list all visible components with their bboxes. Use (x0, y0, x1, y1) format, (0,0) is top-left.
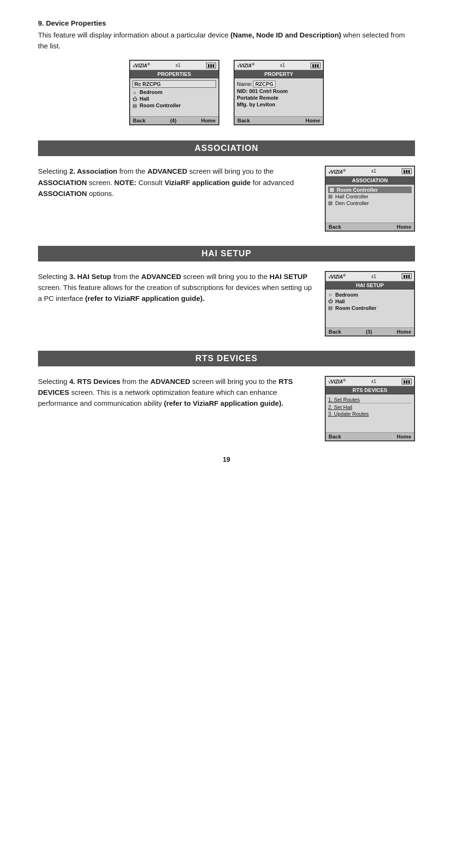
association-screen: √VIZIA® x1 ▮▮▮ ASSOCIATION ▤ Room Contro… (325, 166, 415, 231)
rts-home: Home (396, 434, 411, 439)
hai-row2-text: Hall (335, 299, 345, 304)
assoc-row3-text: Den Controller (335, 200, 369, 206)
rts-screen-brand: √VIZIA® (328, 378, 346, 384)
rts-screen-title: RTS DEVICES (326, 386, 414, 394)
rts-devices-text: Selecting 4. RTS Devices from the ADVANC… (38, 376, 315, 409)
screen2-row2: Portable Remote (237, 94, 321, 101)
hai-bold1: 3. HAI Setup (69, 272, 111, 280)
hai-home: Home (396, 329, 411, 335)
screen1-home: Home (201, 118, 216, 123)
section-9-bold: (Name, Node ID and Description) (230, 31, 341, 39)
assoc-row3-icon: ▤ (328, 200, 334, 205)
section-9-text-intro: This feature will display information ab… (38, 31, 230, 39)
assoc-screen-footer: Back Home (326, 223, 414, 231)
hai-bold2: ADVANCED (142, 272, 181, 280)
assoc-bold6: ASSOCIATION (38, 189, 87, 197)
screen2-battery: ▮▮▮ (311, 63, 321, 68)
assoc-bold3: ASSOCIATION (38, 178, 87, 187)
hai-row1-icon: ☼ (328, 292, 334, 297)
hai-setup-section: Selecting 3. HAI Setup from the ADVANCED… (38, 271, 415, 336)
assoc-row1-icon: ▤ (330, 187, 335, 192)
assoc-row2: ▤ Hall Controller (328, 193, 412, 200)
screen1-body: Rc RZCPG ☼ Bedroom ⏻ Hall ▤ Room Control… (130, 78, 218, 116)
rts-row2: 2. Set Hail (328, 404, 412, 411)
screen1-row2: ⏻ Hall (132, 95, 216, 102)
hai-row3: ▤ Room Controller (328, 305, 412, 311)
hai-screen-footer: Back (3) Home (326, 327, 414, 336)
page-number: 19 (38, 456, 415, 463)
assoc-screen-header: √VIZIA® x1 ▮▮▮ (326, 167, 414, 176)
rts-screen-battery: ▮▮▮ (402, 379, 412, 384)
assoc-mid4: Consult (136, 178, 164, 187)
screen1-row3: ▤ Room Controller (132, 102, 216, 109)
screen2-row3: Mfg. by Leviton (237, 101, 321, 108)
hai-intro: Selecting (38, 272, 69, 280)
assoc-mid1: from the (117, 167, 147, 175)
rts-screen-body: 1. Set Routes 2. Set Hail 3. Update Rout… (326, 394, 414, 432)
assoc-row3: ▤ Den Controller (328, 200, 412, 206)
assoc-home: Home (396, 224, 411, 230)
hai-back: Back (329, 329, 341, 335)
screen2-name-label: Name: (237, 81, 252, 87)
assoc-screen-title: ASSOCIATION (326, 177, 414, 185)
screen1-x1: x1 (176, 63, 181, 68)
screen1-row2-text: Hall (140, 96, 149, 102)
screen1-num: (4) (170, 118, 176, 123)
screen1-brand: √VIZIA® (132, 62, 150, 68)
hai-mid2: screen will bring you to the (181, 272, 270, 280)
rts-row3: 3. Update Routes (328, 411, 412, 417)
assoc-row2-icon: ▤ (328, 194, 334, 199)
hai-setup-text: Selecting 3. HAI Setup from the ADVANCED… (38, 271, 315, 304)
rts-devices-banner: RTS DEVICES (38, 351, 415, 366)
hai-screen-title: HAI SETUP (326, 281, 414, 289)
hai-screen-header: √VIZIA® x1 ▮▮▮ (326, 272, 414, 281)
rts-mid2: screen will bring you to the (190, 377, 279, 385)
screen2-header: √VIZIA® x1 ▮▮▮ (235, 61, 323, 70)
association-banner: ASSOCIATION (38, 140, 415, 156)
screen1-header: √VIZIA® x1 ▮▮▮ (130, 61, 218, 70)
hai-row2-icon: ⏻ (328, 299, 334, 304)
section-9-screens: √VIZIA® x1 ▮▮▮ PROPERTIES Rc RZCPG ☼ Bed… (38, 60, 415, 125)
rts-row3-text: 3. Update Routes (328, 411, 369, 417)
assoc-back: Back (329, 224, 341, 230)
assoc-mid2: screen will bring you to the (187, 167, 274, 175)
hai-setup-screen: √VIZIA® x1 ▮▮▮ HAI SETUP ☼ Bedroom ⏻ Hal… (325, 271, 415, 336)
hai-screen-body: ☼ Bedroom ⏻ Hall ▤ Room Controller (326, 289, 414, 327)
screen2-body: Name: RZCPG NID: 001 Cntrl Room Portable… (235, 78, 323, 116)
screen2-mfg: Mfg. by Leviton (237, 102, 275, 107)
section-9: 9. Device Properties This feature will d… (38, 19, 415, 125)
screen2-home: Home (305, 118, 320, 123)
screen2-x1: x1 (280, 63, 285, 68)
screen2-name-value: RZCPG (253, 81, 275, 87)
rts-row2-text: 2. Set Hail (328, 404, 352, 410)
section-9-title: 9. Device Properties (38, 19, 415, 27)
screen1-row3-text: Room Controller (140, 103, 181, 108)
rts-screen: √VIZIA® x1 ▮▮▮ RTS DEVICES 1. Set Routes… (325, 376, 415, 441)
hai-setup-screen-container: √VIZIA® x1 ▮▮▮ HAI SETUP ☼ Bedroom ⏻ Hal… (325, 271, 415, 336)
assoc-row1: ▤ Room Controller (328, 187, 412, 193)
assoc-bold1: 2. Association (69, 167, 117, 175)
hai-row2: ⏻ Hall (328, 298, 412, 305)
assoc-bold2: ADVANCED (147, 167, 187, 175)
screen2-title: PROPERTY (235, 70, 323, 78)
assoc-screen-battery: ▮▮▮ (402, 168, 412, 174)
hai-screen-x1: x1 (371, 274, 377, 279)
screen1-row2-icon: ⏻ (132, 96, 138, 102)
screen2-brand: √VIZIA® (237, 62, 255, 68)
assoc-mid3: screen. (87, 178, 114, 187)
hai-row1-text: Bedroom (335, 292, 358, 298)
rts-screen-container: √VIZIA® x1 ▮▮▮ RTS DEVICES 1. Set Routes… (325, 376, 415, 441)
hai-bold4: (refer to ViziaRF application guide). (85, 294, 204, 302)
screen1-row1: ☼ Bedroom (132, 89, 216, 95)
hai-row3-icon: ▤ (328, 305, 334, 310)
rts-bold1: 4. RTS Devices (69, 377, 121, 385)
hai-screen-brand: √VIZIA® (328, 273, 346, 280)
screen2-name-row: Name: RZCPG (237, 80, 321, 88)
association-text: Selecting 2. Association from the ADVANC… (38, 166, 315, 199)
rts-row1-text: 1. Set Routes (328, 397, 360, 402)
screen1-row1-text: Bedroom (140, 89, 162, 95)
assoc-intro: Selecting (38, 167, 69, 175)
hai-num: (3) (366, 329, 372, 335)
association-screen-container: √VIZIA® x1 ▮▮▮ ASSOCIATION ▤ Room Contro… (325, 166, 415, 231)
hai-setup-banner: HAI SETUP (38, 246, 415, 261)
